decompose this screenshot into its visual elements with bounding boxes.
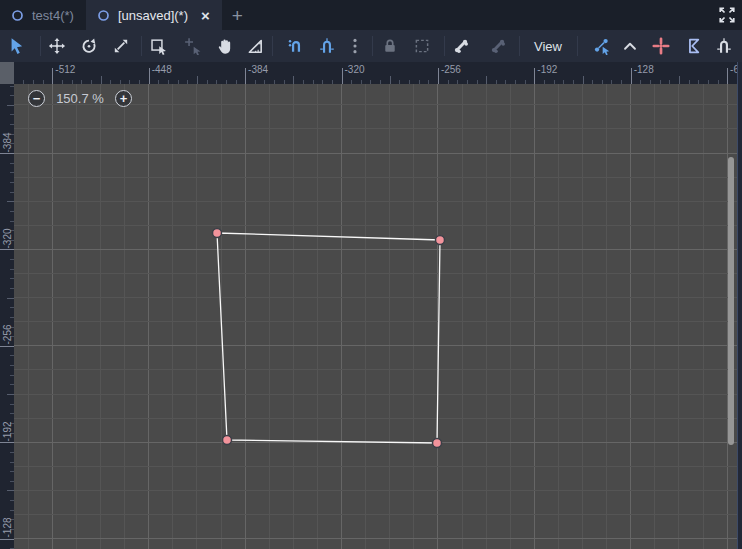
ruler-label: -256 (1, 305, 12, 345)
vertical-ruler: -384-320-256-192-128 (0, 84, 14, 549)
pixel-snap-button[interactable] (715, 37, 733, 55)
ruler-label: -320 (345, 64, 365, 75)
ruler-label: -128 (634, 64, 654, 75)
select-tool-button[interactable] (8, 37, 26, 55)
pan-tool-button[interactable] (216, 37, 234, 55)
scale-tool-button[interactable] (112, 37, 130, 55)
snap-options-button[interactable] (346, 37, 364, 55)
plus-icon: + (120, 92, 128, 105)
2d-canvas[interactable]: − 150.7 % + (14, 84, 737, 549)
tab-label: [unsaved](*) (118, 8, 188, 23)
polygon-vertex-handle[interactable] (436, 236, 445, 245)
add-scene-tab-button[interactable]: + (222, 0, 253, 30)
zoom-in-button[interactable]: + (115, 90, 132, 107)
smart-snap-button[interactable] (287, 37, 305, 55)
toolbar-separator (444, 36, 445, 56)
create-points-button[interactable] (652, 37, 670, 55)
panel-edge (737, 62, 742, 549)
toolbar-separator (141, 36, 142, 56)
ruler-label: -320 (1, 208, 12, 248)
list-select-button[interactable] (150, 37, 168, 55)
canvas-item-toolbar: View (0, 30, 742, 62)
grid-snap-button[interactable] (318, 37, 336, 55)
godot-2d-editor-window: test4(*) [unsaved](*) × + View -512-448-… (0, 0, 742, 549)
zoom-controls: − 150.7 % + (28, 90, 132, 107)
ruler-label: -448 (152, 64, 172, 75)
ruler-corner (0, 62, 14, 84)
tab-unsaved[interactable]: [unsaved](*) × (86, 0, 222, 30)
ruler-label: -384 (1, 112, 12, 152)
tab-label: test4(*) (32, 8, 74, 23)
scene-tabbar: test4(*) [unsaved](*) × + (0, 0, 742, 30)
toolbar-separator (519, 36, 520, 56)
toolbar-separator (40, 36, 41, 56)
2d-viewport: -512-448-384-320-256-192-128-64 -384-320… (0, 62, 742, 549)
canvas-grid (14, 84, 737, 549)
ruler-label: -64 (730, 64, 737, 75)
minus-icon: − (33, 92, 41, 105)
expand-bottom-panel-icon[interactable] (718, 6, 736, 24)
zoom-level[interactable]: 150.7 % (54, 91, 106, 106)
toolbar-separator (577, 36, 578, 56)
zoom-out-button[interactable]: − (28, 90, 45, 107)
vertical-scrollbar[interactable] (728, 157, 734, 445)
move-tool-button[interactable] (48, 37, 66, 55)
bone-button[interactable] (452, 37, 470, 55)
collapse-chevron-button[interactable] (621, 37, 639, 55)
rotate-tool-button[interactable] (80, 37, 98, 55)
ruler-label: -192 (537, 64, 557, 75)
polygon-vertex-handle[interactable] (433, 439, 442, 448)
ruler-label: -512 (55, 64, 75, 75)
view-menu-button[interactable]: View (525, 30, 571, 62)
tab-test4[interactable]: test4(*) (0, 0, 86, 30)
polygon-vertex-handle[interactable] (213, 229, 222, 238)
pivot-tool-button[interactable] (184, 37, 202, 55)
skeleton-options-button[interactable] (489, 37, 507, 55)
horizontal-ruler: -512-448-384-320-256-192-128-64 (14, 62, 737, 84)
ruler-tool-button[interactable] (246, 37, 264, 55)
edit-points-button[interactable] (593, 37, 611, 55)
toolbar-separator (272, 36, 273, 56)
ruler-label: -256 (441, 64, 461, 75)
polygon-vertex-handle[interactable] (223, 436, 232, 445)
ruler-label: -384 (248, 64, 268, 75)
scene-node-icon (10, 8, 25, 23)
ruler-label: -128 (1, 498, 12, 538)
scene-node-icon (96, 8, 111, 23)
edit-polygon-button[interactable] (685, 37, 703, 55)
close-tab-icon[interactable]: × (201, 8, 210, 23)
lock-button[interactable] (381, 37, 399, 55)
polygon-outline (217, 233, 440, 443)
group-button[interactable] (413, 37, 431, 55)
ruler-label: -192 (1, 401, 12, 441)
toolbar-separator (372, 36, 373, 56)
